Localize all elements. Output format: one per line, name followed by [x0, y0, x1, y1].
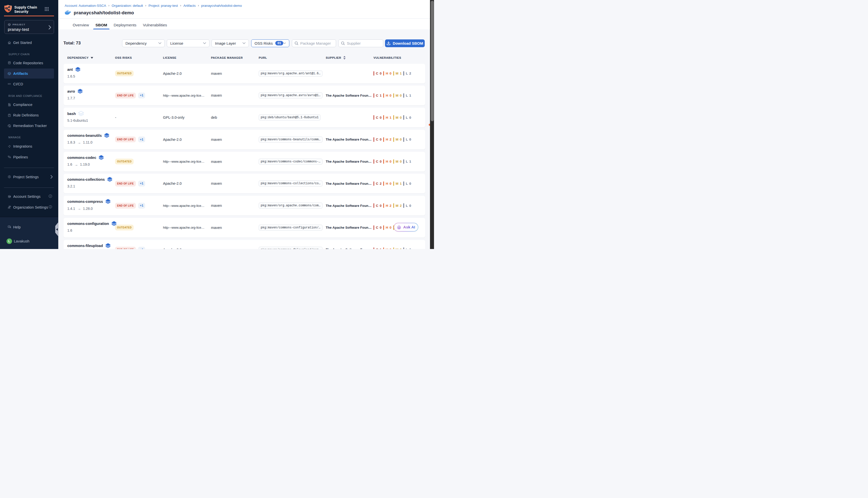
svg-text:?: ?	[9, 226, 10, 227]
